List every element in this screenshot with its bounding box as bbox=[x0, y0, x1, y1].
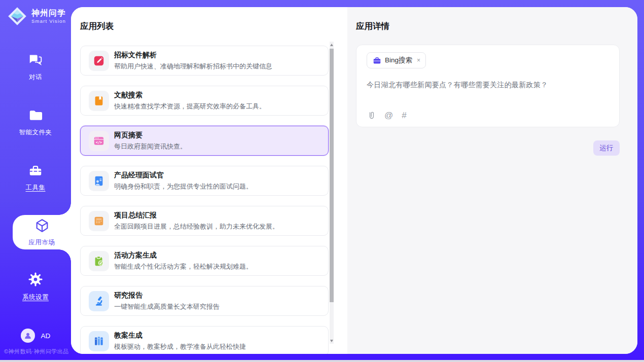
logo: 神州问学 Smart Vision bbox=[7, 6, 66, 27]
app-card-title: 研究报告 bbox=[114, 291, 220, 300]
app-card-web-summary[interactable]: </> 网页摘要每日政府新闻资讯快查。 bbox=[80, 126, 329, 156]
app-card-research-report[interactable]: 研究报告一键智能生成高质量长文本研究报告 bbox=[80, 286, 329, 316]
books-icon bbox=[89, 331, 109, 351]
user-profile[interactable]: AD bbox=[0, 329, 71, 343]
app-card-text: 产品经理面试官明确身份和职责，为您提供专业性的面试问题。 bbox=[114, 171, 253, 191]
app-card-description: 快速精准查找学术资源，提高研究效率的必备工具。 bbox=[114, 102, 266, 111]
sidebar-item-app-market[interactable]: 应用市场 bbox=[13, 215, 71, 249]
app-card-title: 产品经理面试官 bbox=[114, 171, 253, 180]
app-card-description: 智能生成个性化活动方案，轻松解决规划难题。 bbox=[114, 262, 253, 271]
person-icon bbox=[23, 331, 32, 340]
logo-diamond-icon bbox=[7, 6, 28, 27]
sidebar: 神州问学 Smart Vision 对话 智能文件夹 工具集 应用市场系统设置 bbox=[0, 0, 71, 360]
microscope-icon bbox=[89, 291, 109, 311]
sidebar-item-label: 应用市场 bbox=[29, 238, 55, 247]
sidebar-item-label: 系统设置 bbox=[22, 293, 49, 302]
app-card-text: 文献搜索快速精准查找学术资源，提高研究效率的必备工具。 bbox=[114, 91, 266, 111]
toolbox-icon bbox=[28, 163, 43, 179]
sidebar-item-smart-folder[interactable]: 智能文件夹 bbox=[0, 108, 71, 137]
sidebar-item-label: 对话 bbox=[29, 73, 42, 82]
sidebar-item-toolset[interactable]: 工具集 bbox=[0, 163, 71, 192]
app-name: 神州问学 bbox=[31, 9, 66, 18]
clipboard-check-icon bbox=[89, 251, 109, 271]
attachment-toolbar: @ # bbox=[367, 111, 407, 121]
app-card-title: 招标文件解析 bbox=[114, 51, 272, 60]
app-card-title: 项目总结汇报 bbox=[114, 211, 279, 220]
app-card-description: 明确身份和职责，为您提供专业性的面试问题。 bbox=[114, 182, 253, 191]
app-card-bid-parse[interactable]: 招标文件解析帮助用户快速、准确地理解和解析招标书中的关键信息 bbox=[80, 46, 329, 76]
app-card-description: 一键智能生成高质量长文本研究报告 bbox=[114, 302, 220, 311]
note-icon bbox=[89, 211, 109, 231]
sidebar-item-label: 智能文件夹 bbox=[19, 128, 52, 137]
app-window: 神州问学 Smart Vision 对话 智能文件夹 工具集 应用市场系统设置 bbox=[0, 0, 644, 362]
cube-icon bbox=[34, 218, 50, 235]
scroll-down-icon[interactable] bbox=[330, 338, 334, 344]
app-card-lesson-plan[interactable]: 教案生成模板驱动，教案秒成，教学准备从此轻松快捷 bbox=[80, 326, 329, 354]
app-card-project-summary[interactable]: 项目总结汇报全面回顾项目进展，总结经验教训，助力未来优化发展。 bbox=[80, 206, 329, 236]
user-initials: AD bbox=[41, 332, 51, 340]
run-button[interactable]: 运行 bbox=[593, 140, 620, 156]
app-card-description: 每日政府新闻资讯快查。 bbox=[114, 142, 187, 151]
browser-code-icon: </> bbox=[89, 131, 109, 151]
app-card-description: 全面回顾项目进展，总结经验教训，助力未来优化发展。 bbox=[114, 222, 279, 231]
app-card-description: 帮助用户快速、准确地理解和解析招标书中的关键信息 bbox=[114, 62, 272, 71]
app-card-literature-search[interactable]: 文献搜索快速精准查找学术资源，提高研究效率的必备工具。 bbox=[80, 86, 329, 116]
tool-chip-label: Bing搜索 bbox=[385, 56, 412, 65]
app-card-title: 网页摘要 bbox=[114, 131, 187, 140]
paperclip-icon[interactable] bbox=[367, 111, 376, 121]
scrollbar[interactable] bbox=[330, 42, 334, 344]
briefcase-icon bbox=[373, 56, 381, 65]
scrollbar-thumb[interactable] bbox=[330, 49, 334, 302]
app-card-title: 文献搜索 bbox=[114, 91, 266, 100]
app-subtitle: Smart Vision bbox=[31, 18, 66, 24]
app-card-event-plan[interactable]: 活动方案生成智能生成个性化活动方案，轻松解决规划难题。 bbox=[80, 246, 329, 276]
app-card-pm-interviewer[interactable]: 产品经理面试官明确身份和职责，为您提供专业性的面试问题。 bbox=[80, 166, 329, 196]
gear-icon bbox=[28, 272, 43, 289]
app-card-text: 项目总结汇报全面回顾项目进展，总结经验教训，助力未来优化发展。 bbox=[114, 211, 279, 231]
hash-icon[interactable]: # bbox=[402, 111, 406, 120]
app-detail-title: 应用详情 bbox=[356, 21, 620, 32]
app-list-title: 应用列表 bbox=[80, 21, 347, 32]
book-icon bbox=[89, 91, 109, 111]
app-card-description: 模板驱动，教案秒成，教学准备从此轻松快捷 bbox=[114, 342, 246, 351]
copyright-footer: ©神州数码·神州问学出品 bbox=[4, 348, 69, 355]
chat-icon bbox=[28, 52, 43, 69]
folder-icon bbox=[28, 108, 43, 124]
at-mention-icon[interactable]: @ bbox=[384, 111, 393, 120]
app-card-title: 教案生成 bbox=[114, 331, 246, 340]
sidebar-item-settings[interactable]: 系统设置 bbox=[0, 272, 71, 302]
scroll-up-icon[interactable] bbox=[330, 42, 334, 48]
app-card-title: 活动方案生成 bbox=[114, 251, 253, 260]
close-icon[interactable]: × bbox=[417, 57, 420, 64]
tool-chip-bing-search[interactable]: Bing搜索 × bbox=[367, 52, 426, 68]
pen-square-icon bbox=[89, 51, 109, 71]
sidebar-item-label: 工具集 bbox=[26, 184, 46, 192]
main-content: 应用列表 招标文件解析帮助用户快速、准确地理解和解析招标书中的关键信息 文献搜索… bbox=[71, 7, 637, 354]
svg-text:</>: </> bbox=[96, 140, 102, 144]
run-row: 运行 bbox=[356, 140, 620, 156]
app-detail-panel: 应用详情 Bing搜索 × 今日湖北有哪些新闻要点？有哪些需要关注的最新政策？ bbox=[347, 7, 637, 354]
prompt-input[interactable]: 今日湖北有哪些新闻要点？有哪些需要关注的最新政策？ bbox=[367, 81, 609, 90]
avatar bbox=[21, 329, 35, 343]
app-card-text: 活动方案生成智能生成个性化活动方案，轻松解决规划难题。 bbox=[114, 251, 253, 271]
app-list: 招标文件解析帮助用户快速、准确地理解和解析招标书中的关键信息 文献搜索快速精准查… bbox=[80, 46, 329, 354]
resume-icon bbox=[89, 171, 109, 191]
app-card-text: 研究报告一键智能生成高质量长文本研究报告 bbox=[114, 291, 220, 311]
prompt-card: Bing搜索 × 今日湖北有哪些新闻要点？有哪些需要关注的最新政策？ @ # bbox=[356, 45, 620, 127]
app-card-text: 招标文件解析帮助用户快速、准确地理解和解析招标书中的关键信息 bbox=[114, 51, 272, 71]
app-card-text: 教案生成模板驱动，教案秒成，教学准备从此轻松快捷 bbox=[114, 331, 246, 351]
sidebar-item-chat[interactable]: 对话 bbox=[0, 52, 71, 82]
app-card-text: 网页摘要每日政府新闻资讯快查。 bbox=[114, 131, 187, 151]
app-list-panel: 应用列表 招标文件解析帮助用户快速、准确地理解和解析招标书中的关键信息 文献搜索… bbox=[71, 7, 347, 354]
